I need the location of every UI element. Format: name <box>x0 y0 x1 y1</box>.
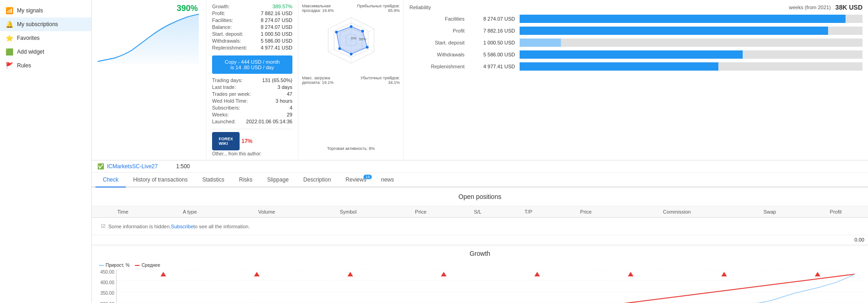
svg-marker-26 <box>347 272 353 276</box>
radar-0-label: 0% <box>351 36 356 40</box>
replenishment-value: 4 977.41 USD <box>261 45 292 50</box>
stat-growth: Growth: 389.57% <box>212 4 292 9</box>
tab-slippage[interactable]: Slippage <box>260 173 296 187</box>
growth-chart-container: Трейды ForexWikiTrading.com <box>116 270 864 303</box>
tab-risks[interactable]: Risks <box>232 173 260 187</box>
metric-facilities-bar-container <box>520 15 862 23</box>
mini-chart <box>95 13 202 68</box>
weeks-usd-value: 38K USD <box>835 4 862 11</box>
col-sl: S/L <box>453 206 503 218</box>
leverage: 1:500 <box>176 163 190 170</box>
sidebar-item-favorites[interactable]: ⭐ Favorites <box>0 31 91 45</box>
facilities-label: Facilities: <box>212 17 233 23</box>
launched-label: Launched: <box>212 119 235 124</box>
y-label-450: 450.00 <box>95 270 114 275</box>
svg-marker-24 <box>161 272 166 276</box>
trades-per-week-label: Trades per week: <box>212 91 251 97</box>
balance-label: Balance: <box>212 24 232 30</box>
sidebar: 📶 My signals 🔔 My subscriptions ⭐ Favori… <box>0 0 92 303</box>
tab-check[interactable]: Check <box>95 173 126 187</box>
metric-start-deposit: Start. deposit 1 000.50 USD <box>409 39 862 47</box>
top-section: 390% <box>92 0 868 160</box>
metric-withdrawals-bar <box>520 50 743 59</box>
svg-point-11 <box>350 53 353 55</box>
logo-percent: 17% <box>241 138 252 144</box>
tab-history-label: History of transactions <box>133 176 188 183</box>
metric-withdrawals: Withdrawals 5 586.00 USD <box>409 50 862 59</box>
svg-point-8 <box>350 25 353 28</box>
tab-news[interactable]: news <box>374 173 401 187</box>
tab-risks-label: Risks <box>239 176 252 183</box>
activity-label: Торговая активность: 8% <box>327 146 375 151</box>
signals-icon: 📶 <box>6 7 13 14</box>
reliability-row: Reliability weeks (from 2021) 38K USD <box>409 4 862 11</box>
legend-growth-dot <box>99 265 104 266</box>
tabs-bar: Check History of transactions Statistics… <box>92 173 868 187</box>
stat-weeks: Weeks: 29 <box>212 112 292 117</box>
start-deposit-label: Start. deposit: <box>212 31 243 37</box>
svg-marker-27 <box>441 272 447 276</box>
tab-news-label: news <box>381 176 394 183</box>
mini-chart-area: 390% <box>92 0 207 160</box>
metric-facilities-bar <box>520 15 846 23</box>
stat-balance: Balance: 8 274.07 USD <box>212 24 292 30</box>
stats-bottom: Trading days: 131 (65.50%) Last trade: 3… <box>212 77 292 124</box>
metric-start-deposit-label: Start. deposit <box>409 40 465 45</box>
copy-button[interactable]: Copy - 444 USD / month is 14 .80 USD / d… <box>212 55 292 74</box>
facilities-value: 8 274.07 USD <box>261 17 292 23</box>
tab-description[interactable]: Description <box>296 173 338 187</box>
subscribe-link[interactable]: Subscribe <box>171 224 193 229</box>
profit-label: Profit: <box>212 11 225 16</box>
reliability-label: Reliability <box>409 5 431 10</box>
col-tp: T/P <box>503 206 554 218</box>
hidden-info-cell: ☑ Some information is hidden. Subscribe … <box>92 218 868 235</box>
col-profit: Profit <box>803 206 868 218</box>
copy-btn-line2: is 14 .80 USD / day <box>217 65 288 70</box>
sidebar-label-rules: Rules <box>17 62 31 69</box>
chart-legends: Прирост, % Среднее <box>95 261 864 270</box>
svg-point-9 <box>361 30 364 33</box>
sidebar-item-my-signals[interactable]: 📶 My signals <box>0 4 91 17</box>
stat-start-deposit: Start. deposit: 1 000.50 USD <box>212 31 292 37</box>
open-positions-title: Open positions <box>92 187 868 206</box>
withdrawals-label: Withdrawals: <box>212 38 241 44</box>
sidebar-item-my-subscriptions[interactable]: 🔔 My subscriptions <box>0 17 91 31</box>
weeks-value: 29 <box>287 112 292 117</box>
mini-chart-svg <box>95 13 201 64</box>
subscribers-label: Subscribers: <box>212 105 240 110</box>
metric-replenishment-bar <box>520 62 718 71</box>
legend-avg: Среднее <box>135 263 160 268</box>
last-trade-label: Last trade: <box>212 84 236 90</box>
metric-facilities: Facilities 8 274.07 USD <box>409 15 862 23</box>
y-label-350: 350.00 <box>95 291 114 296</box>
tab-history[interactable]: History of transactions <box>126 173 195 187</box>
withdrawals-value: 5 586.00 USD <box>261 38 292 44</box>
growth-chart-svg: Трейды <box>116 270 864 303</box>
svg-marker-28 <box>534 272 540 276</box>
svg-marker-30 <box>721 272 727 276</box>
sidebar-item-rules[interactable]: 🚩 Rules <box>0 59 91 72</box>
max-load-label: Макс. загрузка депозита: 19.1% <box>302 76 343 85</box>
metric-facilities-value: 8 274.07 USD <box>469 16 515 22</box>
check-icon: ✅ <box>97 163 104 170</box>
subscribe-suffix: to see all the information. <box>193 224 250 229</box>
hidden-info-row: ☑ Some information is hidden. Subscribe … <box>95 220 864 232</box>
col-volume: Volume <box>226 206 308 218</box>
col-type: A type <box>154 206 226 218</box>
sidebar-label-add-widget: Add widget <box>17 49 44 55</box>
metric-replenishment-label: Replenishment <box>409 64 465 69</box>
growth-section: Growth Прирост, % Среднее 450.00 400.00 … <box>92 246 868 303</box>
metric-profit-bar-container <box>520 27 862 35</box>
tab-slippage-label: Slippage <box>267 176 289 183</box>
y-label-300: 300.00 <box>95 302 114 303</box>
sidebar-item-add-widget[interactable]: 🟩 Add widget <box>0 45 91 59</box>
sidebar-label-my-subscriptions: My subscriptions <box>17 21 58 28</box>
tab-statistics-label: Statistics <box>202 176 224 183</box>
legend-avg-label: Среднее <box>141 263 160 268</box>
subscriptions-icon: 🔔 <box>6 21 13 28</box>
stat-trades-per-week: Trades per week: 47 <box>212 91 292 97</box>
tab-statistics[interactable]: Statistics <box>195 173 232 187</box>
col-commission: Commission <box>618 206 736 218</box>
tab-reviews[interactable]: Reviews 16 <box>338 173 374 187</box>
svg-point-10 <box>366 46 369 49</box>
